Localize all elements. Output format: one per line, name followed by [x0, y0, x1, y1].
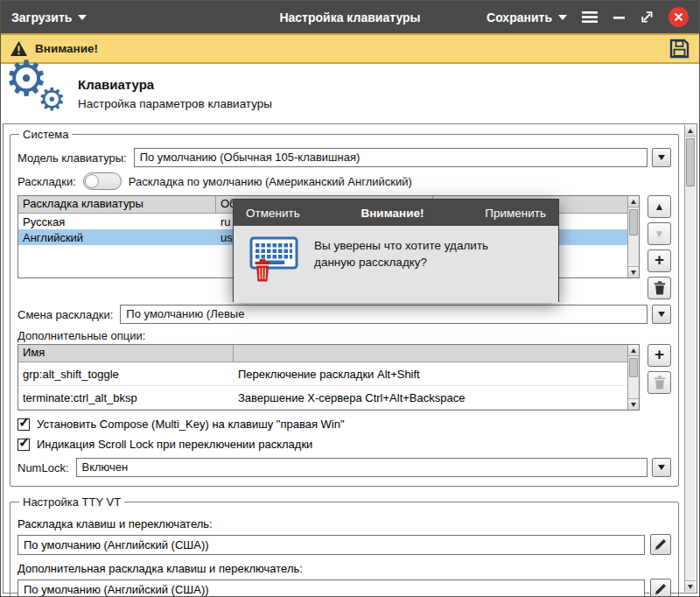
numlock-select[interactable]: Включен: [76, 458, 671, 477]
scroll-up-icon: [631, 348, 636, 353]
page-subtitle: Настройка параметров клавиатуры: [78, 97, 272, 110]
scrollbar-thumb[interactable]: [686, 138, 695, 186]
table-row[interactable]: terminate:ctrl_alt_bksp Завершение X-сер…: [18, 386, 627, 410]
keyboard-model-select[interactable]: По умолчанию (Обычная 105-клавишная): [134, 148, 671, 167]
dialog-title: Внимание!: [360, 207, 424, 220]
scroll-up-icon: [631, 200, 636, 204]
chevron-down-icon: [558, 15, 567, 20]
keyboard-model-row: Модель клавиатуры: По умолчанию (Обычная…: [18, 148, 671, 167]
tty-section-legend: Настройка TTY VT: [19, 495, 124, 509]
delete-confirmation-dialog: Отменить Внимание! Применить: [233, 199, 559, 302]
scrollbar-track[interactable]: [685, 137, 696, 580]
scroll-down-button[interactable]: [628, 266, 639, 277]
column-header[interactable]: [234, 345, 627, 362]
dialog-cancel-button[interactable]: Отменить: [246, 207, 300, 220]
move-layout-down-button[interactable]: ▼: [648, 222, 671, 245]
numlock-dropdown-button[interactable]: [652, 458, 671, 477]
options-table-area: Имя grp:alt_shift_toggle Переключение ра…: [18, 344, 671, 411]
save-menu-button[interactable]: Сохранить: [486, 11, 567, 25]
delete-option-button[interactable]: [648, 371, 671, 394]
keyboard-model-dropdown-button[interactable]: [652, 148, 671, 167]
delete-layout-button[interactable]: [648, 277, 671, 299]
plus-icon: +: [654, 345, 664, 364]
titlebar: Настройка клавиатуры Загрузить Сохранить: [1, 1, 699, 33]
maximize-button[interactable]: [640, 10, 654, 25]
dialog-apply-button[interactable]: Применить: [485, 207, 546, 220]
keyboard-settings-window: Настройка клавиатуры Загрузить Сохранить: [0, 0, 700, 597]
options-table-buttons: +: [648, 344, 671, 394]
layout-switch-row: Смена раскладки: По умолчанию (Левые: [18, 305, 671, 324]
scroll-up-button[interactable]: [628, 345, 639, 356]
trash-icon: [654, 281, 666, 295]
layout-switch-select[interactable]: По умолчанию (Левые: [120, 305, 671, 324]
load-menu-button[interactable]: Загрузить: [11, 11, 87, 25]
scroll-down-icon: [631, 270, 636, 275]
minimize-icon: [612, 11, 626, 24]
layout-switch-value[interactable]: По умолчанию (Левые: [120, 305, 648, 324]
main-scrollbar[interactable]: [684, 125, 696, 592]
dialog-titlebar: Отменить Внимание! Применить: [234, 200, 558, 226]
options-table-scrollbar[interactable]: [627, 345, 639, 410]
numlock-row: NumLock: Включен: [18, 458, 671, 477]
default-layout-text: Раскладка по умолчанию (Американский Анг…: [129, 175, 412, 188]
dialog-body: Вы уверены что хотите удалить данную рас…: [234, 226, 558, 303]
compose-checkbox-label: Установить Compose (Multi_Key) на клавиш…: [37, 418, 345, 431]
add-layout-button[interactable]: +: [648, 249, 671, 272]
tty-layout-field[interactable]: По умолчанию (Английский (США)): [18, 535, 645, 555]
tty-extra-layout-row: По умолчанию (Английский (США)): [18, 579, 671, 597]
minimize-button[interactable]: [612, 11, 626, 24]
scrollbar-track[interactable]: [628, 356, 639, 398]
scroll-up-button[interactable]: [628, 196, 639, 207]
keyboard-settings-icon: ⚙ ⚙: [1, 65, 78, 123]
chevron-down-icon: [78, 15, 87, 20]
option-name-cell: grp:alt_shift_toggle: [18, 368, 234, 381]
tty-layout-edit-button[interactable]: [650, 534, 671, 555]
options-table-header: Имя: [18, 345, 627, 362]
dropdown-arrow-icon: [658, 465, 665, 470]
layouts-row: Раскладки: Раскладка по умолчанию (Амери…: [18, 172, 671, 190]
scroll-down-button[interactable]: [628, 398, 639, 410]
options-label-row: Дополнительные опции:: [18, 329, 671, 342]
scroll-up-icon: [688, 129, 693, 133]
system-section-legend: Система: [19, 128, 72, 141]
quick-save-button[interactable]: [668, 38, 690, 60]
column-header[interactable]: Имя: [18, 345, 234, 362]
checkmark-icon: ✓: [18, 434, 30, 451]
checkmark-icon: ✓: [18, 414, 30, 431]
move-layout-up-button[interactable]: ▲: [648, 195, 671, 218]
tty-extra-layout-edit-button[interactable]: [650, 579, 671, 597]
scrollbar-thumb[interactable]: [629, 358, 638, 377]
gear-icon: ⚙: [38, 84, 66, 116]
layout-table-buttons: ▲ ▼ +: [648, 195, 671, 299]
menu-button[interactable]: [581, 11, 598, 24]
table-row[interactable]: grp:alt_shift_toggle Переключение раскла…: [18, 362, 627, 386]
close-button[interactable]: [668, 7, 689, 27]
plus-icon: +: [654, 250, 664, 270]
default-layout-toggle[interactable]: [83, 172, 122, 190]
layouts-label: Раскладки:: [18, 175, 76, 188]
scrollbar-track[interactable]: [628, 207, 639, 266]
tty-extra-layout-field[interactable]: По умолчанию (Английский (США)): [18, 579, 645, 597]
scroll-up-button[interactable]: [685, 125, 696, 137]
scroll-down-button[interactable]: [685, 580, 696, 592]
down-arrow-icon: ▼: [654, 228, 665, 240]
scroll-down-icon: [631, 403, 636, 407]
numlock-value[interactable]: Включен: [76, 458, 648, 477]
add-option-button[interactable]: +: [648, 344, 671, 367]
scrollbar-thumb[interactable]: [629, 209, 638, 235]
pencil-icon: [654, 538, 667, 551]
load-menu-label: Загрузить: [11, 11, 72, 25]
dropdown-arrow-icon: [658, 155, 665, 160]
hamburger-icon: [581, 11, 598, 24]
layout-cell: Русская: [18, 215, 216, 228]
scrolllock-checkbox-row: ✓ Индикация Scroll Lock при переключении…: [18, 438, 671, 451]
column-header[interactable]: Раскладка клавиатуры: [18, 196, 216, 213]
app-header: ⚙ ⚙ Клавиатура Настройка параметров клав…: [1, 64, 699, 123]
tty-extra-layout-label: Дополнительная раскладка клавиш и перекл…: [18, 562, 671, 575]
compose-checkbox[interactable]: ✓: [18, 418, 30, 431]
layout-switch-dropdown-button[interactable]: [652, 305, 671, 324]
scrolllock-checkbox[interactable]: ✓: [18, 439, 30, 451]
keyboard-model-value[interactable]: По умолчанию (Обычная 105-клавишная): [134, 148, 648, 167]
scrolllock-checkbox-label: Индикация Scroll Lock при переключении р…: [37, 438, 312, 451]
layout-table-scrollbar[interactable]: [627, 196, 639, 277]
